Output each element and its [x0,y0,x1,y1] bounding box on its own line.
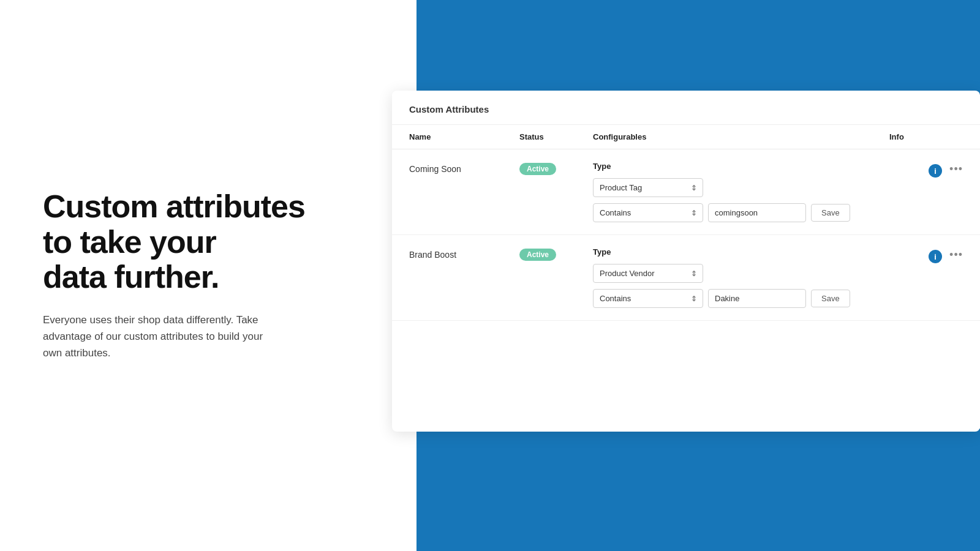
save-button[interactable]: Save [811,290,850,307]
more-options-icon[interactable]: ••• [949,163,963,176]
info-icon[interactable]: i [929,164,942,178]
card-title: Custom Attributes [392,91,980,125]
filter-select-wrapper[interactable]: Contains Equals Starts with Ends with ⇕ [593,203,703,222]
status-badge: Active [519,249,556,261]
type-select[interactable]: Product Tag Product Vendor Product Type … [593,178,703,197]
col-header-info: Info [889,132,963,141]
table-row: Brand Boost Active Type Product Tag Prod… [392,235,980,321]
save-button[interactable]: Save [811,204,850,222]
col-header-configurables: Configurables [593,132,889,141]
col-header-name: Name [409,132,519,141]
row-status-coming-soon: Active [519,162,593,175]
main-heading: Custom attributes to take your data furt… [43,189,349,294]
body-text: Everyone uses their shop data differentl… [43,312,263,362]
filter-value-input[interactable] [708,203,806,222]
row-name-brand-boost: Brand Boost [409,247,519,260]
type-label: Type [593,247,889,257]
type-select[interactable]: Product Tag Product Vendor Product Type … [593,264,703,283]
info-icon[interactable]: i [929,250,942,263]
type-label: Type [593,162,889,171]
type-select-wrapper[interactable]: Product Tag Product Vendor Product Type … [593,264,703,283]
configurables-col: Type Product Tag Product Vendor Product … [593,247,889,308]
info-col: i ••• [889,247,963,263]
custom-attributes-card: Custom Attributes Name Status Configurab… [392,91,980,432]
row-name-coming-soon: Coming Soon [409,162,519,174]
blue-bottom-bg [417,429,980,551]
filter-select-wrapper[interactable]: Contains Equals Starts with Ends with ⇕ [593,289,703,308]
filter-value-input[interactable] [708,289,806,308]
filter-row: Contains Equals Starts with Ends with ⇕ … [593,203,889,222]
left-panel: Custom attributes to take your data furt… [0,0,392,551]
col-header-status: Status [519,132,593,141]
table-row: Coming Soon Active Type Product Tag Prod… [392,149,980,235]
filter-select[interactable]: Contains Equals Starts with Ends with [593,203,703,222]
right-panel: Custom Attributes Name Status Configurab… [392,0,980,551]
blue-top-bg [417,0,980,95]
status-badge: Active [519,163,556,175]
filter-select[interactable]: Contains Equals Starts with Ends with [593,289,703,308]
table-header: Name Status Configurables Info [392,125,980,149]
configurables-col: Type Product Tag Product Vendor Product … [593,162,889,222]
filter-row: Contains Equals Starts with Ends with ⇕ … [593,289,889,308]
more-options-icon[interactable]: ••• [949,249,963,261]
info-col: i ••• [889,162,963,178]
type-select-wrapper[interactable]: Product Tag Product Vendor Product Type … [593,178,703,197]
row-status-brand-boost: Active [519,247,593,261]
